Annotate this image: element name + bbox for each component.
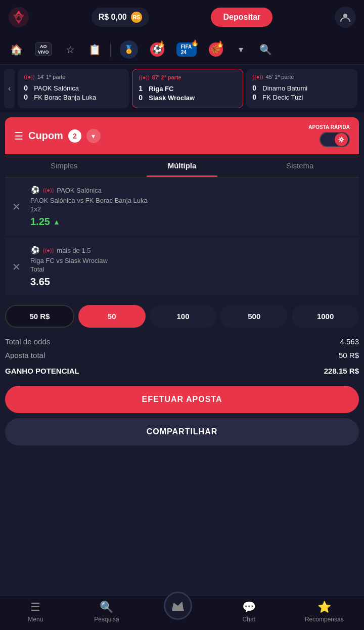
- match-card-3[interactable]: ((●)) 45' 1ª parte 0 Dinamo Batumi 0 FK …: [246, 69, 357, 108]
- bet-card-1-odds: 1.25 ▲: [30, 216, 351, 228]
- bet-card-1-odds-value: 1.25: [30, 216, 50, 228]
- nav-favorites[interactable]: ☆: [59, 40, 81, 59]
- bet-card-2-title: mais de 1.5: [57, 247, 90, 254]
- nav-more[interactable]: ▾: [230, 40, 252, 59]
- stake-section: 50 R$ 50 100 500 1000: [5, 298, 359, 328]
- match-card-2-header: ((●)) 87' 2ª parte: [139, 74, 237, 80]
- match-card-3-team1: Dinamo Batumi: [262, 84, 307, 92]
- remove-bet-1-button[interactable]: ✕: [12, 201, 21, 213]
- totals-section: Total de odds 4.563 Aposta total 50 R$ G…: [5, 335, 359, 378]
- star-icon: ☆: [66, 44, 75, 55]
- toggle-knob: [335, 133, 348, 146]
- match-card-1[interactable]: ((●)) 14' 1ª parte 0 PAOK Salónica 0 FK …: [18, 69, 129, 108]
- tab-multipla[interactable]: Múltipla: [123, 154, 241, 177]
- total-odds-label: Total de odds: [5, 337, 50, 346]
- match-card-1-team2-row: 0 FK Borac Banja Luka: [24, 93, 123, 101]
- more-icon: ▾: [239, 44, 243, 55]
- stake-100-button[interactable]: 100: [150, 305, 217, 328]
- header: R$ 0,00 RS Depositar: [0, 0, 364, 34]
- svg-point-0: [9, 7, 29, 27]
- bottom-nav-recompensas[interactable]: ⭐ Recompensas: [305, 601, 344, 623]
- match-card-2-score1: 1: [139, 84, 145, 93]
- ganho-potencial-value: 228.15 R$: [324, 367, 359, 375]
- bet-card-2: ✕ ⚽ ((●)) mais de 1.5 Riga FC vs Slask W…: [5, 238, 359, 296]
- nav-search[interactable]: 🔍: [254, 39, 277, 60]
- stake-buttons: 50 R$ 50 100 500 1000: [5, 305, 359, 328]
- nav-live[interactable]: AOVIVO: [30, 38, 57, 61]
- efetuar-aposta-button[interactable]: EFETUAR APOSTA: [5, 386, 359, 413]
- crown-icon: [164, 592, 192, 620]
- total-odds-row: Total de odds 4.563: [5, 335, 359, 348]
- match-card-3-team1-row: 0 Dinamo Batumi: [252, 84, 351, 92]
- stake-50-button[interactable]: 50: [78, 305, 146, 328]
- match-card-1-team1-row: 0 PAOK Salónica: [24, 84, 123, 92]
- match-card-3-team2-row: 0 FK Decic Tuzi: [252, 93, 351, 101]
- match-card-3-score1: 0: [252, 84, 258, 92]
- coupon-dropdown-button[interactable]: ▾: [86, 129, 101, 143]
- coupon-title: Cupom: [28, 130, 63, 142]
- bet-card-2-sport-icon: ⚽: [30, 246, 40, 255]
- olympics-badge: 🏅: [120, 40, 138, 59]
- match-card-1-team1: PAOK Salónica: [34, 84, 79, 92]
- search-icon: 🔍: [259, 43, 272, 56]
- pesquisa-icon: 🔍: [100, 601, 113, 614]
- balance-display: R$ 0,00 RS: [92, 8, 149, 27]
- live-matches-bar: ‹ ((●)) 14' 1ª parte 0 PAOK Salónica 0 F…: [0, 65, 364, 112]
- nav-olympics[interactable]: 🏅: [115, 36, 143, 63]
- bottom-nav-pesquisa-label: Pesquisa: [94, 616, 119, 623]
- odds-up-icon: ▲: [53, 218, 60, 226]
- deposit-button[interactable]: Depositar: [211, 8, 272, 27]
- nav-basketball[interactable]: 🏀 🔥: [204, 38, 228, 61]
- bet-card-1-type: 1x2: [30, 205, 351, 213]
- tab-simples[interactable]: Simples: [5, 154, 123, 177]
- bet-card-2-match: Riga FC vs Slask Wroclaw: [30, 257, 351, 264]
- matches-dropdown-button[interactable]: ‹: [4, 69, 15, 108]
- compartilhar-button[interactable]: COMPARTILHAR: [5, 418, 359, 445]
- aposta-rapida-label: APOSTA RÁPIDA: [308, 124, 350, 130]
- bet-card-1-live-indicator: ((●)): [43, 187, 54, 193]
- navigation-bar: 🏠 AOVIVO ☆ 📋 🏅 ⚽ 🔥 FIFA24 🔥 🏀 🔥 ▾ 🔍: [0, 34, 364, 65]
- bet-card-2-odds-value: 3.65: [30, 276, 50, 287]
- nav-results[interactable]: 📋: [83, 40, 106, 59]
- bet-card-2-odds: 3.65: [30, 276, 351, 288]
- bottom-nav-recompensas-label: Recompensas: [305, 616, 344, 623]
- ganho-potencial-row: GANHO POTENCIAL 228.15 R$: [5, 364, 359, 378]
- bottom-nav-pesquisa[interactable]: 🔍 Pesquisa: [92, 601, 122, 623]
- nav-home[interactable]: 🏠: [5, 40, 28, 59]
- stake-500-button[interactable]: 500: [220, 305, 288, 328]
- chat-icon: 💬: [242, 601, 256, 614]
- bottom-nav-center[interactable]: [163, 604, 193, 620]
- basketball-fire-badge: 🏀 🔥: [209, 42, 223, 57]
- stake-custom-button[interactable]: 50 R$: [5, 305, 74, 328]
- coupon-count-badge: 2: [68, 129, 81, 143]
- app-logo[interactable]: [8, 7, 29, 28]
- nav-fifa[interactable]: FIFA24 🔥: [171, 38, 202, 61]
- coupon-title-group: ☰ Cupom 2 ▾: [14, 129, 101, 143]
- remove-bet-2-button[interactable]: ✕: [12, 261, 21, 273]
- bottom-nav-menu[interactable]: ☰ Menu: [20, 601, 51, 623]
- recompensas-icon: ⭐: [317, 601, 331, 614]
- bottom-navigation: ☰ Menu 🔍 Pesquisa 💬 Chat ⭐ Recompensas: [0, 595, 364, 630]
- user-profile-button[interactable]: [335, 7, 356, 28]
- stake-1000-button[interactable]: 1000: [292, 305, 359, 328]
- match-card-2-status: 87' 2ª parte: [152, 74, 181, 80]
- menu-icon: ☰: [30, 601, 40, 614]
- match-card-1-header: ((●)) 14' 1ª parte: [24, 74, 123, 80]
- bottom-nav-menu-label: Menu: [28, 616, 43, 623]
- match-card-1-status: 14' 1ª parte: [37, 74, 66, 80]
- bet-cards-list: ✕ ⚽ ((●)) PAOK Salónica PAOK Salónica vs…: [5, 177, 359, 296]
- home-icon: 🏠: [10, 44, 23, 55]
- action-buttons: EFETUAR APOSTA COMPARTILHAR: [5, 386, 359, 445]
- bet-tabs: Simples Múltipla Sistema: [5, 154, 359, 177]
- bottom-nav-chat[interactable]: 💬 Chat: [234, 601, 264, 623]
- tab-sistema[interactable]: Sistema: [241, 154, 359, 177]
- match-card-2-score2: 0: [139, 94, 145, 102]
- match-card-2-team2: Slask Wroclaw: [149, 94, 195, 102]
- svg-rect-7: [172, 609, 184, 611]
- aposta-total-row: Aposta total 50 R$: [5, 348, 359, 362]
- bet-card-1-title: PAOK Salónica: [57, 187, 102, 194]
- aposta-rapida-toggle[interactable]: [320, 132, 350, 147]
- match-card-1-score2: 0: [24, 93, 30, 101]
- match-card-2[interactable]: ((●)) 87' 2ª parte 1 Riga FC 0 Slask Wro…: [132, 69, 243, 108]
- nav-football[interactable]: ⚽ 🔥: [145, 38, 169, 61]
